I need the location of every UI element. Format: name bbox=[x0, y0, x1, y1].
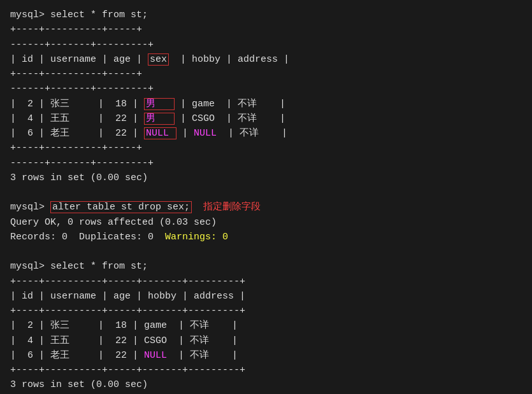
result-line-2: 3 rows in set (0.00 sec) bbox=[10, 377, 522, 392]
query-ok-line: Query OK, 0 rows affected (0.03 sec) bbox=[10, 215, 522, 230]
table-border-mid-1: +----+----------+-----+ bbox=[10, 67, 522, 81]
table-header-2: | id | username | age | hobby | address … bbox=[10, 289, 522, 304]
table-row-4: | 2 | 张三 | 18 | game | 不详 | bbox=[10, 318, 522, 333]
table-border-bot-2: +----+----------+-----+-------+---------… bbox=[10, 363, 522, 377]
table-row-3: | 6 | 老王 | 22 | NULL | NULL | 不详 | bbox=[10, 126, 522, 141]
table-row-6: | 6 | 老王 | 22 | NULL | 不详 | bbox=[10, 348, 522, 363]
terminal: mysql> select * from st; +----+---------… bbox=[10, 8, 522, 394]
empty-1 bbox=[10, 185, 522, 200]
prompt-line-2: mysql> alter table st drop sex; 指定删除字段 bbox=[10, 200, 522, 215]
prompt-line-1: mysql> select * from st; bbox=[10, 8, 522, 22]
prompt-line-3: mysql> select * from st; bbox=[10, 259, 522, 274]
table-row-5: | 4 | 王五 | 22 | CSGO | 不详 | bbox=[10, 334, 522, 348]
table-border-bot-1: +----+----------+-----+ bbox=[10, 141, 522, 155]
result-line-1: 3 rows in set (0.00 sec) bbox=[10, 171, 522, 185]
table-border-top-1: +----+----------+-----+ bbox=[10, 22, 522, 37]
table-header-1: | id | username | age | sex | hobby | ad… bbox=[10, 52, 522, 67]
records-line: Records: 0 Duplicates: 0 Warnings: 0 bbox=[10, 230, 522, 244]
table-row-2: | 4 | 王五 | 22 | 男 | CSGO | 不详 | bbox=[10, 111, 522, 126]
table-border-mid-2: +----+----------+-----+-------+---------… bbox=[10, 304, 522, 318]
table-border-top-2: +----+----------+-----+-------+---------… bbox=[10, 274, 522, 289]
table-row-1: | 2 | 张三 | 18 | 男 | game | 不详 | bbox=[10, 97, 522, 111]
empty-2 bbox=[10, 244, 522, 259]
